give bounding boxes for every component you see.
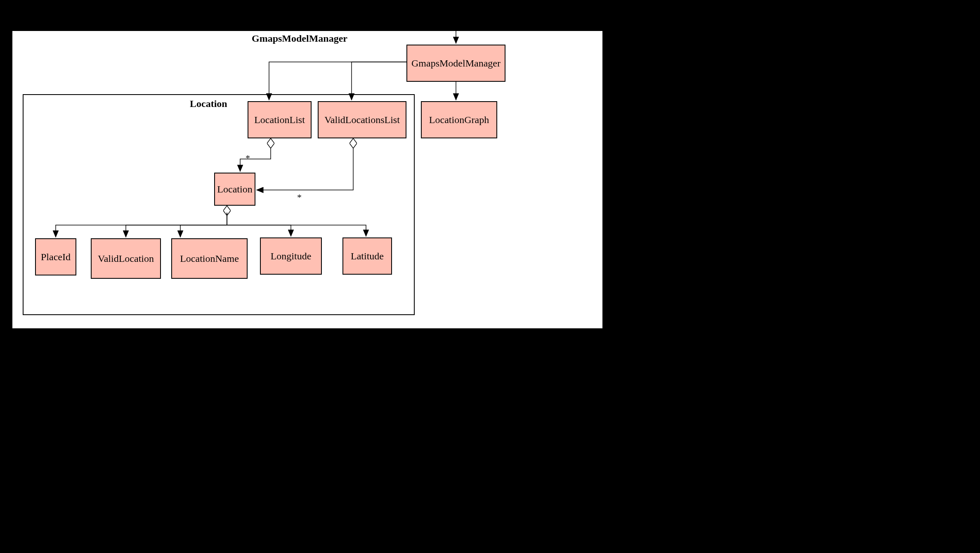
node-location-name: LocationName xyxy=(171,238,248,279)
node-valid-location: ValidLocation xyxy=(91,238,161,279)
node-location-list: LocationList xyxy=(248,101,312,138)
node-location: Location xyxy=(214,173,255,206)
node-place-id: PlaceId xyxy=(35,238,76,275)
node-gmaps-model-manager: GmapsModelManager xyxy=(406,45,505,82)
node-latitude: Latitude xyxy=(342,237,392,275)
node-longitude: Longitude xyxy=(260,237,322,275)
node-valid-locations-list: ValidLocationsList xyxy=(318,101,406,138)
multiplicity-star-2: * xyxy=(297,192,302,203)
diagram-canvas: GmapsModelManager Location GmapsModelMan… xyxy=(12,31,602,328)
node-location-graph: LocationGraph xyxy=(421,101,497,138)
multiplicity-star-1: * xyxy=(246,153,250,164)
inner-container-title: Location xyxy=(190,98,227,109)
outer-container-title: GmapsModelManager xyxy=(252,33,347,44)
